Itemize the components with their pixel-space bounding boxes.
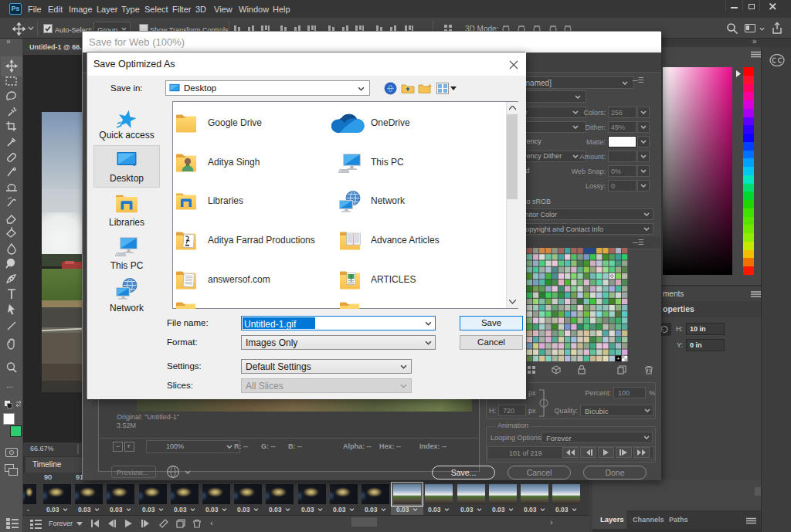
svg-text:+: + (616, 356, 620, 361)
